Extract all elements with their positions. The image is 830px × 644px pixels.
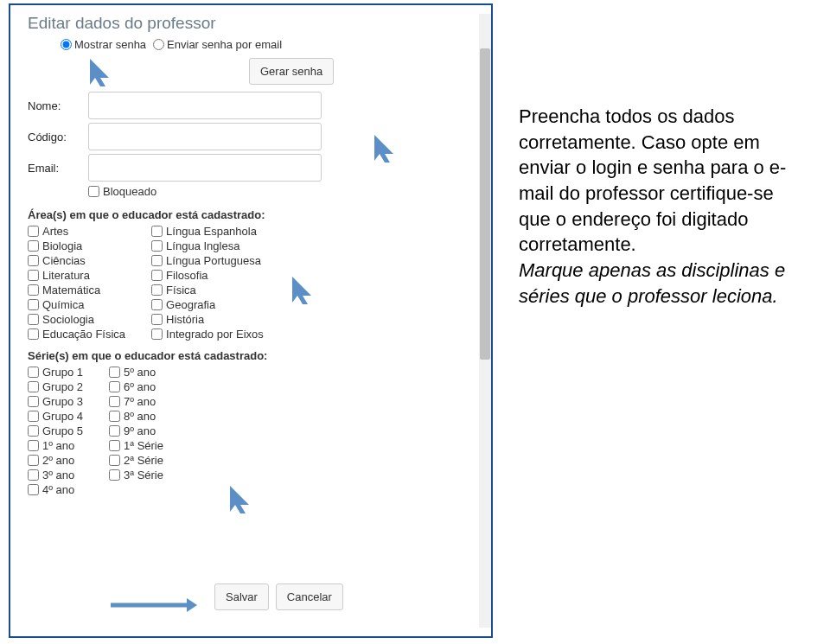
serie-item[interactable]: Grupo 3 (28, 395, 83, 408)
pointer-arrow-icon (83, 59, 109, 86)
serie-checkbox[interactable] (109, 425, 120, 437)
area-checkbox[interactable] (28, 240, 39, 252)
svg-marker-1 (374, 135, 393, 163)
serie-checkbox[interactable] (28, 484, 39, 495)
area-item[interactable]: Artes (28, 225, 125, 238)
serie-item[interactable]: 7º ano (109, 395, 163, 408)
serie-item[interactable]: 5º ano (109, 366, 163, 379)
area-label: Biologia (42, 239, 82, 252)
serie-item[interactable]: Grupo 4 (28, 410, 83, 423)
scrollbar-thumb[interactable] (480, 48, 490, 360)
serie-label: 6º ano (124, 380, 156, 393)
cancel-button[interactable]: Cancelar (276, 583, 343, 610)
area-item[interactable]: Sociologia (28, 313, 125, 326)
area-checkbox[interactable] (28, 284, 39, 296)
serie-label: Grupo 2 (42, 380, 83, 393)
area-checkbox[interactable] (151, 328, 163, 340)
serie-item[interactable]: 9º ano (109, 424, 163, 437)
area-item[interactable]: História (151, 313, 264, 326)
area-checkbox[interactable] (151, 226, 163, 237)
serie-item[interactable]: 1ª Série (109, 439, 163, 452)
area-item[interactable]: Física (151, 284, 264, 296)
area-checkbox[interactable] (151, 299, 163, 310)
serie-item[interactable]: 2º ano (28, 454, 83, 467)
input-codigo[interactable] (88, 123, 322, 150)
radio-show-password-label: Mostrar senha (74, 38, 146, 51)
radio-send-email-input[interactable] (153, 39, 164, 50)
serie-checkbox[interactable] (28, 411, 39, 422)
serie-item[interactable]: 1º ano (28, 439, 83, 452)
serie-item[interactable]: 6º ano (109, 380, 163, 393)
radio-show-password-input[interactable] (61, 39, 72, 50)
serie-label: 2º ano (42, 454, 74, 467)
checkbox-bloqueado-input[interactable] (88, 186, 99, 197)
serie-checkbox[interactable] (28, 440, 39, 451)
serie-checkbox[interactable] (28, 425, 39, 437)
serie-checkbox[interactable] (28, 381, 39, 392)
area-checkbox[interactable] (28, 226, 39, 237)
area-checkbox[interactable] (151, 240, 163, 252)
serie-item[interactable]: Grupo 2 (28, 380, 83, 393)
serie-checkbox[interactable] (109, 367, 120, 378)
radio-show-password[interactable]: Mostrar senha (61, 38, 146, 51)
label-codigo: Código: (28, 131, 88, 143)
area-checkbox[interactable] (28, 255, 39, 266)
serie-label: 3ª Série (124, 469, 163, 481)
serie-item[interactable]: 8º ano (109, 410, 163, 423)
generate-password-button[interactable]: Gerar senha (249, 58, 334, 85)
serie-checkbox[interactable] (28, 455, 39, 466)
serie-label: Grupo 4 (42, 410, 83, 423)
serie-checkbox[interactable] (28, 469, 39, 481)
serie-checkbox[interactable] (28, 396, 39, 407)
area-item[interactable]: Língua Inglesa (151, 239, 264, 252)
svg-marker-0 (90, 59, 109, 86)
label-nome: Nome: (28, 99, 88, 112)
area-item[interactable]: Língua Espanhola (151, 225, 264, 238)
area-item[interactable]: Integrado por Eixos (151, 328, 264, 341)
area-checkbox[interactable] (151, 255, 163, 266)
serie-item[interactable]: Grupo 5 (28, 424, 83, 437)
serie-checkbox[interactable] (109, 440, 120, 451)
area-label: Literatura (42, 269, 90, 282)
area-item[interactable]: Biologia (28, 239, 125, 252)
serie-item[interactable]: Grupo 1 (28, 366, 83, 379)
area-checkbox[interactable] (151, 284, 163, 296)
area-checkbox[interactable] (28, 299, 39, 310)
area-item[interactable]: Geografia (151, 298, 264, 311)
serie-item[interactable]: 3º ano (28, 469, 83, 481)
radio-send-email[interactable]: Enviar senha por email (153, 38, 282, 51)
serie-checkbox[interactable] (109, 455, 120, 466)
serie-checkbox[interactable] (109, 396, 120, 407)
input-email[interactable] (88, 154, 322, 182)
svg-marker-2 (292, 277, 311, 304)
serie-label: Grupo 1 (42, 366, 83, 379)
area-label: Geografia (166, 298, 215, 311)
series-section-label: Série(s) em que o educador está cadastra… (28, 349, 491, 362)
area-label: História (166, 313, 204, 326)
area-item[interactable]: Educação Física (28, 328, 125, 341)
area-checkbox[interactable] (151, 270, 163, 281)
save-button[interactable]: Salvar (214, 583, 269, 610)
area-item[interactable]: Ciências (28, 254, 125, 267)
area-checkbox[interactable] (151, 314, 163, 325)
area-item[interactable]: Química (28, 298, 125, 311)
scrollbar-track[interactable] (479, 14, 491, 628)
input-nome[interactable] (88, 92, 322, 119)
serie-checkbox[interactable] (109, 411, 120, 422)
checkbox-bloqueado[interactable]: Bloqueado (88, 185, 156, 198)
area-label: Filosofia (166, 269, 208, 282)
area-item[interactable]: Filosofia (151, 269, 264, 282)
area-checkbox[interactable] (28, 328, 39, 340)
area-checkbox[interactable] (28, 314, 39, 325)
area-item[interactable]: Matemática (28, 284, 125, 296)
area-checkbox[interactable] (28, 270, 39, 281)
serie-item[interactable]: 2ª Série (109, 454, 163, 467)
area-item[interactable]: Língua Portuguesa (151, 254, 264, 267)
serie-checkbox[interactable] (109, 381, 120, 392)
serie-item[interactable]: 3ª Série (109, 469, 163, 481)
serie-label: Grupo 3 (42, 395, 83, 408)
area-item[interactable]: Literatura (28, 269, 125, 282)
serie-checkbox[interactable] (28, 367, 39, 378)
serie-item[interactable]: 4º ano (28, 483, 83, 496)
serie-checkbox[interactable] (109, 469, 120, 481)
